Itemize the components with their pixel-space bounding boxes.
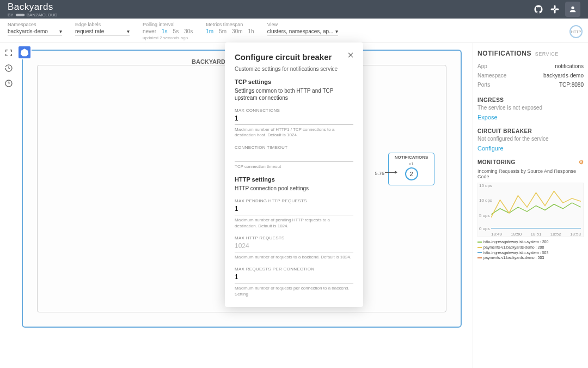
max-pending-input[interactable] xyxy=(235,203,353,215)
max-http-requests-input[interactable] xyxy=(235,240,353,252)
max-connections-input[interactable] xyxy=(235,113,353,125)
notifications-node[interactable]: NOTIFICATIONS v1 2 xyxy=(388,153,434,185)
circuit-breaker-modal: Configure circuit breaker Customize sett… xyxy=(225,43,363,307)
connection-timeout-input[interactable] xyxy=(235,150,353,162)
close-icon[interactable] xyxy=(347,51,354,59)
modal-subtitle: Customize settings for notifications ser… xyxy=(235,66,353,72)
max-rpc-input[interactable] xyxy=(235,272,353,283)
modal-overlay: Configure circuit breaker Customize sett… xyxy=(0,0,588,368)
edge-arrow-icon xyxy=(385,172,395,173)
edge-label: 5.76 xyxy=(375,171,384,176)
modal-title: Configure circuit breaker xyxy=(235,52,353,62)
